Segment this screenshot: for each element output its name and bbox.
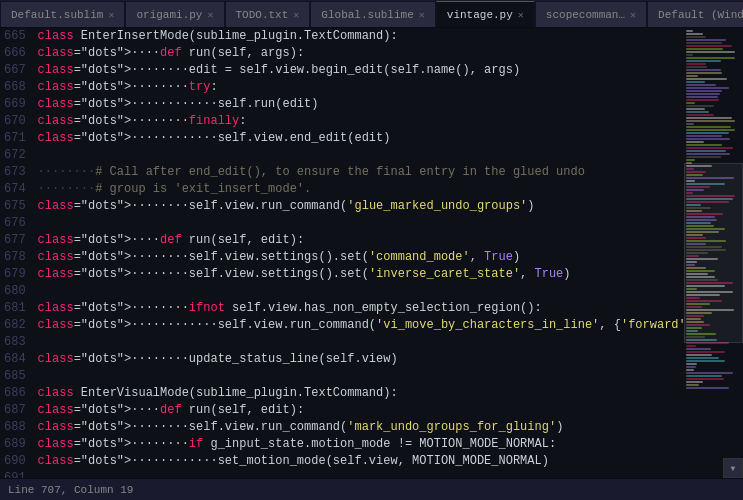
table-row [38, 215, 683, 232]
close-icon[interactable]: ✕ [630, 9, 636, 21]
table-row [38, 334, 683, 351]
close-icon[interactable]: ✕ [207, 9, 213, 21]
table-row: class="dots">········edit = self.view.be… [38, 62, 683, 79]
table-row: class="dots">········if g_input_state.mo… [38, 436, 683, 453]
minimap[interactable]: ▼ [683, 28, 743, 478]
tab-label: TODO.txt [236, 9, 289, 21]
table-row: class="dots">········if not self.view.ha… [38, 300, 683, 317]
tab-label: Default.sublim [11, 9, 103, 21]
table-row: class="dots">········update_status_line(… [38, 351, 683, 368]
tab-label: Default (Wind… [658, 9, 743, 21]
tab-todo[interactable]: TODO.txt ✕ [225, 1, 311, 27]
code-container: 6656666676686696706716726736746756766776… [0, 28, 683, 478]
table-row: ········# Call after end_edit(), to ensu… [38, 164, 683, 181]
table-row [38, 283, 683, 300]
table-row: class="dots">········finally: [38, 113, 683, 130]
close-icon[interactable]: ✕ [108, 9, 114, 21]
table-row: class="dots">············self.run(edit) [38, 96, 683, 113]
close-icon[interactable]: ✕ [518, 9, 524, 21]
tab-default-wind[interactable]: Default (Wind… ✕ [647, 1, 743, 27]
status-text: Line 707, Column 19 [8, 484, 133, 496]
tab-global-sublime[interactable]: Global.sublime ✕ [310, 1, 435, 27]
table-row: class="dots">········self.view.settings(… [38, 249, 683, 266]
table-row: ········# group is 'exit_insert_mode'. [38, 181, 683, 198]
table-row: class="dots">············set_motion_mode… [38, 453, 683, 470]
tab-scopecomman[interactable]: scopecomman… ✕ [535, 1, 647, 27]
table-row: class="dots">············self.view.run_c… [38, 317, 683, 334]
editor-area: 6656666676686696706716726736746756766776… [0, 28, 683, 478]
status-bar: Line 707, Column 19 [0, 478, 743, 500]
table-row: class="dots">····def run(self, args): [38, 45, 683, 62]
code-lines[interactable]: class EnterInsertMode(sublime_plugin.Tex… [34, 28, 683, 478]
tab-label: vintage.py [447, 9, 513, 21]
table-row: class="dots">············self.view.end_e… [38, 130, 683, 147]
tab-vintage[interactable]: vintage.py ✕ [436, 1, 535, 27]
table-row: class EnterVisualMode(sublime_plugin.Tex… [38, 385, 683, 402]
minimap-viewport [684, 163, 743, 343]
table-row: class EnterInsertMode(sublime_plugin.Tex… [38, 28, 683, 45]
table-row [38, 368, 683, 385]
tab-label: scopecomman… [546, 9, 625, 21]
close-icon[interactable]: ✕ [419, 9, 425, 21]
tab-bar: Default.sublim ✕ origami.py ✕ TODO.txt ✕… [0, 0, 743, 28]
main-content: 6656666676686696706716726736746756766776… [0, 28, 743, 478]
table-row: class="dots">····def run(self, edit): [38, 402, 683, 419]
close-icon[interactable]: ✕ [293, 9, 299, 21]
table-row [38, 470, 683, 478]
table-row: class="dots">········self.view.run_comma… [38, 419, 683, 436]
table-row: class="dots">········self.view.run_comma… [38, 198, 683, 215]
scroll-down-button[interactable]: ▼ [723, 458, 743, 478]
tab-default-sublim[interactable]: Default.sublim ✕ [0, 1, 125, 27]
table-row: class="dots">····def run(self, edit): [38, 232, 683, 249]
tab-label: origami.py [136, 9, 202, 21]
line-numbers: 6656666676686696706716726736746756766776… [0, 28, 34, 478]
tab-label: Global.sublime [321, 9, 413, 21]
tab-origami[interactable]: origami.py ✕ [125, 1, 224, 27]
table-row [38, 147, 683, 164]
table-row: class="dots">········try: [38, 79, 683, 96]
table-row: class="dots">········self.view.settings(… [38, 266, 683, 283]
